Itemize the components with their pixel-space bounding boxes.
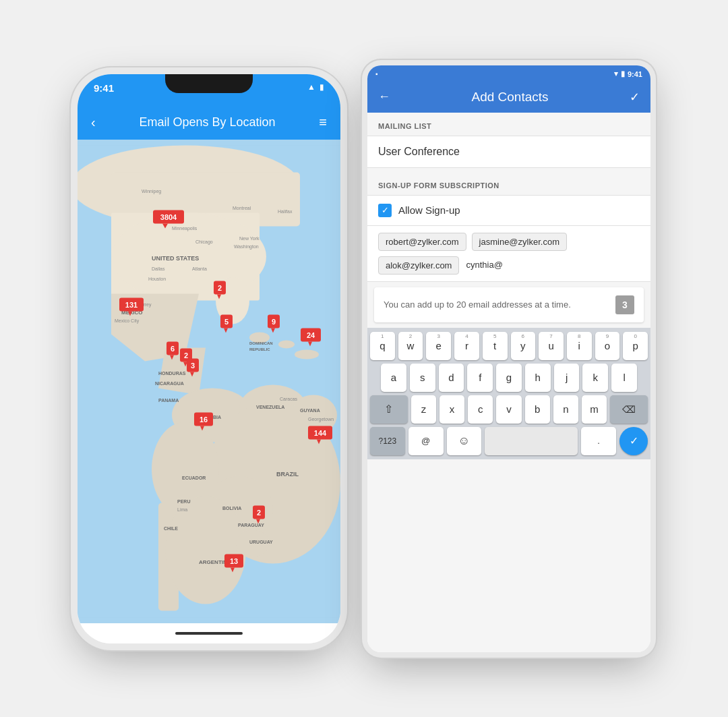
android-status-bar: ▪ ▾ ▮ 9:41 <box>367 65 650 83</box>
allow-signup-row[interactable]: ✓ Allow Sign-up <box>367 195 650 226</box>
key-period[interactable]: . <box>581 427 616 455</box>
svg-text:UNITED STATES: UNITED STATES <box>152 254 199 261</box>
svg-text:Chicago: Chicago <box>195 239 213 244</box>
key-c[interactable]: c <box>468 395 493 424</box>
input-hint-row: You can add up to 20 email addresses at … <box>374 287 644 322</box>
back-icon[interactable]: ‹ <box>91 115 96 130</box>
svg-text:13: 13 <box>230 556 238 565</box>
key-at[interactable]: @ <box>408 427 444 455</box>
svg-text:6: 6 <box>171 344 175 352</box>
ios-status-bar: 9:41 ▲ ▮ <box>78 74 340 108</box>
android-status-right: ▾ ▮ 9:41 <box>614 69 642 78</box>
svg-text:Mexico City: Mexico City <box>115 318 140 323</box>
key-f[interactable]: f <box>467 364 493 392</box>
key-m[interactable]: m <box>582 395 607 424</box>
checkbox-check-icon: ✓ <box>382 205 389 215</box>
key-h[interactable]: h <box>525 364 551 392</box>
key-r[interactable]: 4r <box>454 332 479 360</box>
ios-time: 9:41 <box>94 82 114 94</box>
key-i[interactable]: 8i <box>567 332 592 360</box>
svg-text:HONDURAS: HONDURAS <box>158 370 186 375</box>
svg-text:9: 9 <box>272 317 276 325</box>
key-symbols[interactable]: ?123 <box>370 427 405 455</box>
wifi-icon: ▾ <box>614 69 618 78</box>
screen-title: Email Opens By Location <box>139 115 275 130</box>
key-k[interactable]: k <box>582 364 608 392</box>
key-shift[interactable]: ⇧ <box>370 395 408 424</box>
key-v[interactable]: v <box>496 395 521 424</box>
key-emoji[interactable]: ☺ <box>447 427 482 455</box>
svg-text:Lima: Lima <box>177 507 187 511</box>
key-enter[interactable]: ✓ <box>619 427 648 455</box>
svg-text:Atlanta: Atlanta <box>192 266 207 270</box>
svg-text:BRAZIL: BRAZIL <box>276 470 299 477</box>
menu-icon[interactable]: ≡ <box>319 115 327 130</box>
ios-home-bar <box>175 632 243 635</box>
svg-text:PERU: PERU <box>177 498 190 503</box>
svg-text:GUYANA: GUYANA <box>300 407 320 412</box>
keyboard-row-3: ⇧ z x c v b n m ⌫ <box>370 395 648 424</box>
image-icon: ▪ <box>375 70 378 78</box>
key-p[interactable]: 0p <box>623 332 648 360</box>
email-partial: cynthia@ <box>464 256 504 275</box>
svg-text:CHILE: CHILE <box>164 525 178 530</box>
key-j[interactable]: j <box>554 364 580 392</box>
key-g[interactable]: g <box>496 364 522 392</box>
key-z[interactable]: z <box>411 395 436 424</box>
key-e[interactable]: 3e <box>426 332 451 360</box>
phone-android: ▪ ▾ ▮ 9:41 ← Add Contacts ✓ MAILING LIST… <box>367 65 650 652</box>
svg-text:2: 2 <box>257 508 261 516</box>
mailing-list-label: MAILING LIST <box>367 113 650 136</box>
key-n[interactable]: n <box>553 395 578 424</box>
svg-text:2: 2 <box>184 351 188 359</box>
key-backspace[interactable]: ⌫ <box>610 395 648 424</box>
svg-text:5: 5 <box>224 317 229 325</box>
android-back-icon[interactable]: ← <box>378 90 390 104</box>
svg-text:DOMINICAN: DOMINICAN <box>249 341 273 345</box>
signup-form-label: SIGN-UP FORM SUBSCRIPTION <box>367 172 650 195</box>
key-b[interactable]: b <box>525 395 550 424</box>
svg-text:144: 144 <box>314 428 327 436</box>
key-a[interactable]: a <box>381 364 406 392</box>
key-x[interactable]: x <box>439 395 464 424</box>
svg-point-16 <box>165 496 246 604</box>
allow-signup-checkbox[interactable]: ✓ <box>378 204 392 217</box>
key-s[interactable]: s <box>410 364 435 392</box>
svg-text:ECUADOR: ECUADOR <box>182 475 206 480</box>
email-chips-area[interactable]: robert@zylker.com jasmine@zylker.com alo… <box>367 226 650 282</box>
ios-header: ‹ Email Opens By Location ≡ <box>78 108 340 140</box>
key-l[interactable]: l <box>611 364 637 392</box>
svg-text:Caracas: Caracas <box>280 396 298 401</box>
android-confirm-icon[interactable]: ✓ <box>630 90 640 105</box>
signup-section: SIGN-UP FORM SUBSCRIPTION ✓ Allow Sign-u… <box>367 172 650 282</box>
key-o[interactable]: 9o <box>595 332 620 360</box>
keyboard: 1q 2w 3e 4r 5t 6y <box>367 328 650 459</box>
svg-point-8 <box>295 349 319 359</box>
android-content: MAILING LIST User Conference SIGN-UP FOR… <box>367 113 650 652</box>
key-u[interactable]: 7u <box>539 332 564 360</box>
allow-signup-label: Allow Sign-up <box>398 204 460 216</box>
mailing-list-value: User Conference <box>367 136 650 168</box>
key-w[interactable]: 2w <box>398 332 423 360</box>
svg-text:24: 24 <box>307 331 315 339</box>
keyboard-row-2: a s d f g h j k l <box>370 364 648 392</box>
key-y[interactable]: 6y <box>511 332 536 360</box>
wifi-icon: ▲ <box>307 82 315 92</box>
svg-text:PANAMA: PANAMA <box>158 397 179 402</box>
svg-text:Minneapolis: Minneapolis <box>172 225 198 231</box>
battery-icon: ▮ <box>320 82 324 92</box>
svg-point-7 <box>278 340 295 348</box>
key-space[interactable] <box>485 427 578 455</box>
input-hint-text: You can add up to 20 email addresses at … <box>384 299 615 310</box>
email-chip-3: alok@zylker.com <box>378 256 459 275</box>
android-header: ← Add Contacts ✓ <box>367 83 650 113</box>
key-t[interactable]: 5t <box>483 332 508 360</box>
svg-text:Houston: Houston <box>148 276 166 281</box>
svg-text:Montreal: Montreal <box>233 205 251 210</box>
key-q[interactable]: 1q <box>370 332 395 360</box>
map-container: UNITED STATES MEXICO Mexico City HONDURA… <box>78 140 340 623</box>
ios-notch <box>165 74 253 93</box>
svg-text:REPUBLIC: REPUBLIC <box>249 347 270 351</box>
svg-text:New York: New York <box>239 235 260 240</box>
key-d[interactable]: d <box>439 364 464 392</box>
